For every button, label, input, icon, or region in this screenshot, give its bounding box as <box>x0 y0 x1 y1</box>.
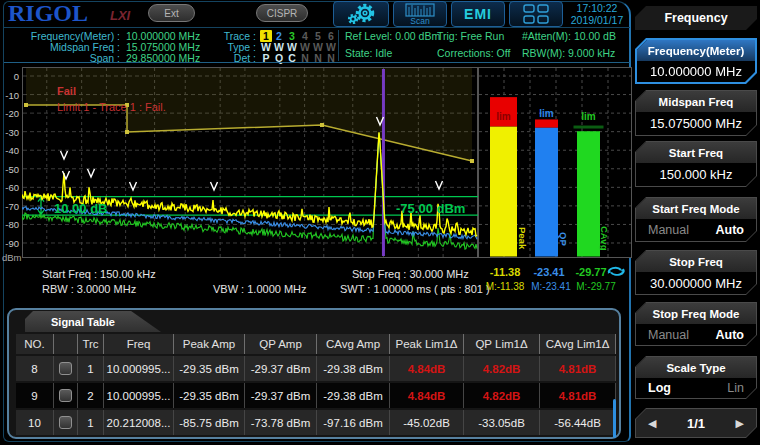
meter-value: -11.38 <box>483 266 527 278</box>
svg-text:10.00 dB: 10.00 dB <box>54 201 107 216</box>
table-header-cell: QP Lim1Δ <box>464 334 540 354</box>
option-lin[interactable]: Lin <box>727 381 744 395</box>
pager-prev-icon[interactable]: ◀ <box>648 417 656 430</box>
meter-bar-name: CAvg <box>599 226 610 250</box>
refresh-loop-icon[interactable] <box>606 264 626 282</box>
table-cell-checkbox[interactable] <box>54 356 78 381</box>
table-header-cell: Freq <box>104 334 174 354</box>
lxi-badge: LXI <box>110 8 130 23</box>
table-cell: -56.44dB <box>540 410 616 435</box>
option-auto[interactable]: Auto <box>716 328 744 342</box>
menu-stop-freq-label: Stop Freq <box>636 251 756 272</box>
cispr-button[interactable]: CISPR <box>256 4 308 22</box>
table-header-cell: Peak Amp <box>174 334 245 354</box>
status-text: Trig: Free Run <box>437 30 504 42</box>
table-cell: 4.82dB <box>464 356 540 381</box>
annot-vbw: VBW : 1.0000 MHz <box>213 283 307 295</box>
clock-date: 2019/01/17 <box>566 14 628 26</box>
status-text: Corrections: Off <box>437 47 510 59</box>
menu-start-freq-mode-label: Start Freq Mode <box>636 198 756 219</box>
table-cell: 4.84dB <box>390 383 464 408</box>
menu-frequency-meter[interactable]: Frequency(Meter)10.000000 MHz <box>635 38 757 84</box>
topbar-divider <box>4 27 630 28</box>
menu-stop-freq[interactable]: Stop Freq30.000000 MHz <box>635 250 757 295</box>
row-checkbox[interactable] <box>59 389 72 402</box>
option-log[interactable]: Log <box>648 381 671 395</box>
table-cell: -97.16 dBm <box>317 410 390 435</box>
signal-table-tab[interactable]: Signal Table <box>25 311 161 332</box>
y-axis-unit: dBm <box>2 252 22 263</box>
y-tick-label: 0 <box>1 71 19 82</box>
table-cell: 4.81dB <box>540 356 616 381</box>
window-layout-button[interactable] <box>509 1 563 27</box>
emi-mode-label: EMI <box>464 6 492 22</box>
emi-analyzer-screen: RIGOL LXI Ext CISPR Scan EMI 17:10:22 2 <box>0 0 760 445</box>
table-header-cell <box>54 334 78 354</box>
table-header-cell: CAvg Amp <box>317 334 390 354</box>
menu-midspan-freq-value: 15.075000 MHz <box>636 112 756 135</box>
svg-text:Fail: Fail <box>57 85 76 97</box>
table-cell: 1 <box>78 356 104 381</box>
row-checkbox[interactable] <box>59 416 72 429</box>
y-tick-label: -90 <box>1 238 19 249</box>
table-cell: 10 <box>16 410 54 435</box>
table-row-8[interactable]: 8110.000995...-29.35 dBm-29.37 dBm-29.38… <box>16 356 616 381</box>
menu-scale-type[interactable]: Scale TypeLogLin <box>635 356 757 399</box>
annot-rbw: RBW : 3.0000 MHz <box>42 283 136 295</box>
y-tick-label: -20 <box>1 108 19 119</box>
menu-start-freq[interactable]: Start Freq150.000 kHz <box>635 141 757 187</box>
table-cell: -29.38 dBm <box>317 383 390 408</box>
annot-swt: SWT : 1.00000 ms ( pts : 801 ) <box>340 283 490 295</box>
status-text: Ref Level: 0.00 dBm <box>345 30 440 42</box>
status-text: #Atten(M): 10.00 dB <box>522 30 616 42</box>
table-cell: 20.212008... <box>104 410 174 435</box>
meter-value: -23.41 <box>527 266 571 278</box>
option-manual[interactable]: Manual <box>648 328 689 342</box>
svg-text:lim: lim <box>581 111 596 122</box>
settings-button[interactable] <box>333 1 389 27</box>
y-tick-label: -40 <box>1 145 19 156</box>
scan-button-label: Scan <box>410 17 429 26</box>
svg-text:-75.00 dBm: -75.00 dBm <box>396 201 465 216</box>
table-cell: -45.02dB <box>390 410 464 435</box>
table-cell: 2 <box>78 383 104 408</box>
menu-start-freq-mode-options: ManualAuto <box>636 219 756 241</box>
menu-stop-freq-mode[interactable]: Stop Freq ModeManualAuto <box>635 302 757 346</box>
annot-start-freq: Start Freq : 150.00 kHz <box>42 268 156 280</box>
table-header-cell: CAvg Lim1Δ <box>540 334 616 354</box>
table-cell: -29.35 dBm <box>174 383 245 408</box>
scan-display-icon <box>405 3 435 17</box>
signal-table-panel: Signal Table NO.TrcFreqPeak AmpQP AmpCAv… <box>7 308 621 439</box>
meter-bar-name: Peak <box>517 227 528 249</box>
table-header-cell: QP Amp <box>245 334 317 354</box>
y-tick-label: -80 <box>1 219 19 230</box>
menu-scale-type-options: LogLin <box>636 378 756 398</box>
table-cell-checkbox[interactable] <box>54 410 78 435</box>
menu-start-freq-mode[interactable]: Start Freq ModeManualAuto <box>635 197 757 242</box>
emi-mode-button[interactable]: EMI <box>451 1 505 27</box>
window-layout-icon <box>516 3 556 25</box>
pager-next-icon[interactable]: ▶ <box>736 417 744 430</box>
row-checkbox[interactable] <box>59 362 72 375</box>
menu-midspan-freq[interactable]: Midspan Freq15.075000 MHz <box>635 90 757 136</box>
rigol-logo: RIGOL <box>8 0 88 27</box>
option-auto[interactable]: Auto <box>716 223 744 237</box>
table-row-9[interactable]: 9210.000995...-29.35 dBm-29.37 dBm-29.38… <box>16 383 616 408</box>
table-cell: -85.75 dBm <box>174 410 245 435</box>
scan-button[interactable]: Scan <box>393 1 447 27</box>
option-manual[interactable]: Manual <box>648 223 689 237</box>
menu-frequency-meter-label: Frequency(Meter) <box>637 40 755 61</box>
meter-bar-name: QP <box>558 232 569 246</box>
table-cell: 10.000995... <box>104 356 174 381</box>
pager-label: 1/1 <box>687 416 705 431</box>
table-cell-checkbox[interactable] <box>54 383 78 408</box>
menu-pager: ◀ 1/1 ▶ <box>635 408 757 438</box>
table-scrollbar[interactable] <box>613 399 616 438</box>
table-row-10[interactable]: 10120.212008...-85.75 dBm-73.78 dBm-97.1… <box>16 410 616 435</box>
table-cell: -33.05dB <box>464 410 540 435</box>
ext-button[interactable]: Ext <box>148 4 195 22</box>
y-tick-label: -50 <box>1 164 19 175</box>
svg-text:lim: lim <box>539 108 554 119</box>
table-cell: 4.81dB <box>540 383 616 408</box>
menu-frequency-meter-value: 10.000000 MHz <box>637 61 755 82</box>
